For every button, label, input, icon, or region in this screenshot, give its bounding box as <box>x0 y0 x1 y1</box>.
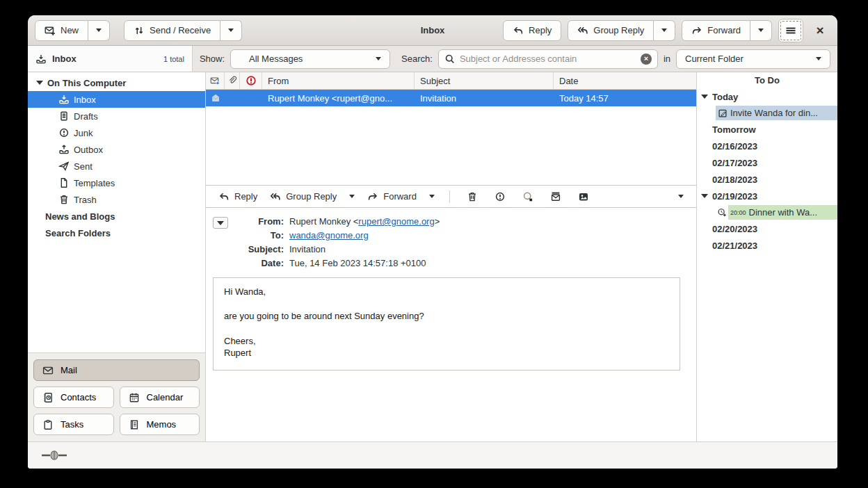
expander-down-icon[interactable] <box>36 81 43 85</box>
preview-forward-button[interactable]: Forward <box>363 188 421 206</box>
message-list-empty-area[interactable] <box>206 106 696 185</box>
message-preview: From: Rupert Monkey <rupert@gnome.org> T… <box>206 208 696 441</box>
todo-group-date[interactable]: 02/16/2023 <box>697 138 837 154</box>
search-scope-dropdown[interactable]: Current Folder <box>676 49 830 69</box>
new-button[interactable]: New <box>35 20 88 41</box>
mark-read-button[interactable] <box>544 188 568 206</box>
chevron-down-icon <box>349 195 355 198</box>
junk-icon <box>58 127 70 138</box>
forward-button[interactable]: Forward <box>682 20 750 41</box>
subject-value: Invitation <box>289 244 440 254</box>
clear-search-icon[interactable]: × <box>641 54 652 65</box>
menu-button[interactable] <box>778 19 803 42</box>
mark-read-icon <box>550 191 561 202</box>
switcher-mail-button[interactable]: Mail <box>33 359 200 381</box>
sidebar-item-outbox[interactable]: Outbox <box>28 141 205 158</box>
message-row[interactable]: Rupert Monkey <rupert@gno... Invitation … <box>206 90 696 106</box>
message-headers: From: Rupert Monkey <rupert@gnome.org> T… <box>234 216 440 268</box>
todo-group-date[interactable]: 02/21/2023 <box>697 237 837 254</box>
show-filter-dropdown[interactable]: All Messages <box>230 49 390 69</box>
not-junk-icon <box>522 191 533 202</box>
sidebar-item-junk[interactable]: Junk <box>28 124 205 141</box>
send-receive-button[interactable]: Send / Receive <box>124 20 220 41</box>
new-dropdown-button[interactable] <box>88 20 110 41</box>
reply-icon <box>513 25 524 36</box>
message-list-header: From Subject Date <box>206 72 696 90</box>
sent-icon <box>58 161 70 172</box>
reply-button[interactable]: Reply <box>503 20 561 41</box>
search-input[interactable] <box>460 54 636 64</box>
mark-junk-button[interactable] <box>488 188 512 206</box>
group-reply-split-button: Group Reply <box>568 20 675 41</box>
reply-icon <box>218 191 230 202</box>
todo-group-date[interactable]: 02/17/2023 <box>697 154 837 171</box>
trash-icon <box>58 194 70 205</box>
mark-not-junk-button[interactable] <box>516 188 540 206</box>
chevron-down-icon <box>228 29 234 32</box>
forward-dropdown-button[interactable] <box>750 20 772 41</box>
preview-group-reply-button[interactable]: Group Reply <box>266 188 341 206</box>
todo-group-date[interactable]: 02/20/2023 <box>697 220 837 237</box>
switcher-memos-button[interactable]: Memos <box>120 414 200 435</box>
switcher-contacts-button[interactable]: Contacts <box>33 387 114 408</box>
todo-group-date-expanded[interactable]: 02/19/2023 <box>697 188 837 204</box>
sidebar-item-drafts[interactable]: Drafts <box>28 108 205 124</box>
todo-event-item[interactable]: 20:00 Dinner with Wa... <box>697 204 837 220</box>
expander-down-icon[interactable] <box>701 95 708 99</box>
sidebar-item-templates[interactable]: Templates <box>28 174 205 191</box>
trash-icon <box>467 191 478 202</box>
sidebar-root-on-this-computer[interactable]: On This Computer <box>28 74 205 91</box>
todo-group-tomorrow[interactable]: Tomorrow <box>697 121 837 138</box>
search-icon <box>444 54 456 65</box>
switcher-tasks-button[interactable]: Tasks <box>33 414 114 435</box>
column-header-subject[interactable]: Subject <box>415 72 554 89</box>
delete-message-button[interactable] <box>460 188 484 206</box>
recipient-email-link[interactable]: wanda@gnome.org <box>289 230 369 241</box>
close-button[interactable]: × <box>810 20 830 41</box>
column-header-attachment[interactable] <box>225 72 240 89</box>
send-receive-dropdown-button[interactable] <box>220 20 242 41</box>
to-value: wanda@gnome.org <box>289 230 440 241</box>
forward-icon <box>367 191 378 202</box>
group-reply-dropdown-button[interactable] <box>654 20 675 41</box>
folder-tree: On This Computer Inbox Drafts <box>28 72 205 352</box>
search-toolbar: Show: All Messages Search: × in Current … <box>193 46 837 72</box>
sidebar-item-news-and-blogs[interactable]: News and Blogs <box>28 208 205 225</box>
online-status-icon[interactable] <box>42 450 67 460</box>
preview-more-dropdown[interactable] <box>674 188 688 206</box>
column-header-date[interactable]: Date <box>554 72 696 89</box>
subject-label: Subject: <box>234 244 284 254</box>
status-bar <box>28 441 837 469</box>
expander-down-icon[interactable] <box>701 194 708 198</box>
send-receive-split-button: Send / Receive <box>124 20 242 41</box>
forward-split-button: Forward <box>682 20 772 41</box>
sender-email-link[interactable]: rupert@gnome.org <box>358 216 434 227</box>
open-envelope-icon <box>211 93 220 103</box>
sidebar-item-sent[interactable]: Sent <box>28 158 205 174</box>
chevron-down-icon <box>429 195 435 198</box>
preview-reply-button[interactable]: Reply <box>214 188 262 206</box>
task-highlight: Invite Wanda for din... <box>716 106 837 120</box>
todo-task-item[interactable]: Invite Wanda for din... <box>697 105 837 121</box>
group-reply-button[interactable]: Group Reply <box>568 20 654 41</box>
todo-group-date[interactable]: 02/18/2023 <box>697 171 837 188</box>
search-label: Search: <box>401 54 433 64</box>
inbox-icon <box>35 54 47 65</box>
todo-group-today[interactable]: Today <box>697 88 837 105</box>
column-header-from[interactable]: From <box>262 72 415 89</box>
sidebar-item-inbox[interactable]: Inbox <box>28 91 205 108</box>
mail-pane: From Subject Date Rupert Monkey <rupert@… <box>206 72 696 441</box>
from-value: Rupert Monkey <rupert@gnome.org> <box>289 216 440 227</box>
remote-content-button[interactable] <box>572 188 595 206</box>
sidebar-item-trash[interactable]: Trash <box>28 191 205 208</box>
column-header-status[interactable] <box>206 72 225 89</box>
preview-group-reply-dropdown[interactable] <box>345 188 359 206</box>
switcher-calendar-button[interactable]: Calendar <box>120 387 200 408</box>
preview-toolbar: Reply Group Reply Forward <box>206 186 696 208</box>
collapse-headers-button[interactable] <box>213 217 228 229</box>
attachment-icon <box>227 76 237 86</box>
column-header-important[interactable] <box>240 72 262 89</box>
sidebar-item-search-folders[interactable]: Search Folders <box>28 225 205 241</box>
preview-forward-dropdown[interactable] <box>425 188 439 206</box>
image-icon <box>578 191 589 202</box>
